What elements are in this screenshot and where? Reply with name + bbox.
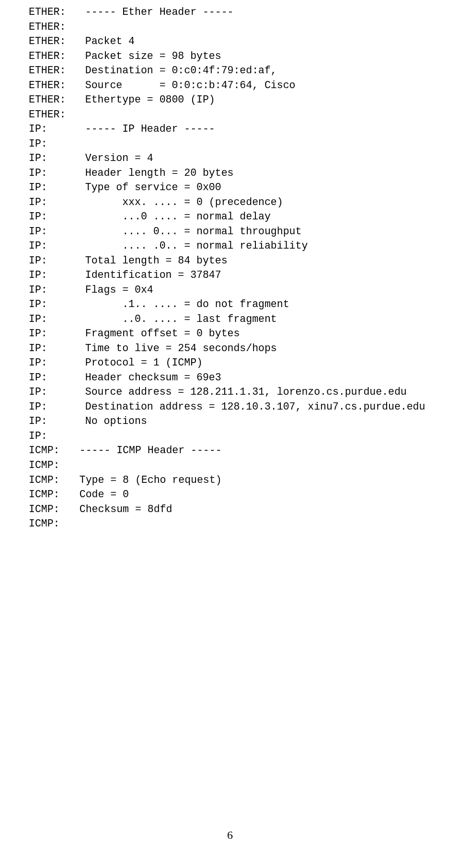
- field-value: No options: [73, 415, 147, 427]
- dump-line: IP: xxx. .... = 0 (precedence): [29, 195, 460, 210]
- page-number: 6: [0, 827, 460, 843]
- field-value: Fragment offset = 0 bytes: [73, 328, 240, 339]
- protocol-label: ETHER:: [29, 20, 73, 34]
- protocol-label: IP:: [29, 268, 73, 283]
- protocol-label: ICMP:: [29, 443, 67, 458]
- dump-line: ETHER: Packet 4: [29, 34, 460, 49]
- field-value: Checksum = 8dfd: [67, 503, 172, 515]
- dump-line: ETHER: ----- Ether Header -----: [29, 5, 460, 20]
- protocol-label: ETHER:: [29, 5, 73, 20]
- dump-line: IP: No options: [29, 414, 460, 429]
- protocol-label: IP:: [29, 370, 73, 385]
- field-value: Code = 0: [67, 489, 129, 500]
- protocol-label: IP:: [29, 297, 73, 312]
- dump-line: IP: Fragment offset = 0 bytes: [29, 326, 460, 341]
- dump-line: ICMP:: [29, 458, 460, 473]
- protocol-label: IP:: [29, 151, 73, 166]
- field-value: ----- Ether Header -----: [73, 6, 233, 18]
- dump-line: IP: Total length = 84 bytes: [29, 253, 460, 268]
- field-value: Type = 8 (Echo request): [67, 474, 222, 486]
- protocol-label: ICMP:: [29, 458, 67, 473]
- protocol-label: IP:: [29, 224, 73, 239]
- dump-line: ETHER: Packet size = 98 bytes: [29, 49, 460, 64]
- field-value: .... 0... = normal throughput: [73, 226, 301, 237]
- protocol-label: IP:: [29, 239, 73, 253]
- field-value: ..0. .... = last fragment: [73, 313, 277, 325]
- field-value: Destination address = 128.10.3.107, xinu…: [73, 401, 425, 412]
- protocol-label: ETHER:: [29, 107, 73, 122]
- protocol-label: IP:: [29, 312, 73, 327]
- dump-line: IP:: [29, 429, 460, 444]
- dump-line: ICMP: Code = 0: [29, 487, 460, 502]
- dump-line: IP: Header length = 20 bytes: [29, 166, 460, 181]
- document-page: ETHER: ----- Ether Header -----ETHER:ETH…: [0, 0, 460, 868]
- dump-line: IP: Flags = 0x4: [29, 283, 460, 297]
- dump-line: IP: ----- IP Header -----: [29, 122, 460, 137]
- field-value: ----- ICMP Header -----: [67, 445, 222, 456]
- protocol-label: ICMP:: [29, 473, 67, 488]
- protocol-label: IP:: [29, 209, 73, 224]
- dump-line: IP: Source address = 128.211.1.31, loren…: [29, 385, 460, 400]
- protocol-label: IP:: [29, 283, 73, 297]
- dump-line: IP: .... .0.. = normal reliability: [29, 239, 460, 253]
- field-value: Protocol = 1 (ICMP): [73, 357, 203, 368]
- field-value: Packet size = 98 bytes: [73, 50, 221, 62]
- dump-line: IP: ...0 .... = normal delay: [29, 209, 460, 224]
- dump-line: IP: Destination address = 128.10.3.107, …: [29, 400, 460, 414]
- dump-line: IP: .... 0... = normal throughput: [29, 224, 460, 239]
- dump-line: ETHER:: [29, 107, 460, 122]
- dump-line: ETHER:: [29, 20, 460, 34]
- protocol-label: ETHER:: [29, 92, 73, 107]
- field-value: Header length = 20 bytes: [73, 167, 233, 179]
- dump-line: IP: Time to live = 254 seconds/hops: [29, 341, 460, 356]
- protocol-label: IP:: [29, 341, 73, 356]
- protocol-label: ETHER:: [29, 78, 73, 93]
- protocol-label: IP:: [29, 326, 73, 341]
- dump-line: ICMP: Type = 8 (Echo request): [29, 473, 460, 488]
- protocol-label: IP:: [29, 180, 73, 195]
- field-value: Header checksum = 69e3: [73, 372, 221, 383]
- protocol-label: ETHER:: [29, 63, 73, 78]
- field-value: Source address = 128.211.1.31, lorenzo.c…: [73, 386, 407, 398]
- dump-line: IP:: [29, 137, 460, 151]
- field-value: .... .0.. = normal reliability: [73, 240, 308, 251]
- dump-line: IP: Version = 4: [29, 151, 460, 166]
- protocol-label: ETHER:: [29, 34, 73, 49]
- field-value: Flags = 0x4: [73, 284, 153, 296]
- dump-line: IP: Type of service = 0x00: [29, 180, 460, 195]
- field-value: .1.. .... = do not fragment: [73, 298, 289, 310]
- protocol-label: IP:: [29, 385, 73, 400]
- field-value: Total length = 84 bytes: [73, 255, 228, 266]
- field-value: ...0 .... = normal delay: [73, 211, 271, 222]
- protocol-label: IP:: [29, 195, 73, 210]
- protocol-label: IP:: [29, 355, 73, 370]
- dump-line: IP: Identification = 37847: [29, 268, 460, 283]
- field-value: Source = 0:0:c:b:47:64, Cisco: [73, 80, 295, 91]
- field-value: Type of service = 0x00: [73, 182, 221, 193]
- protocol-label: ICMP:: [29, 502, 67, 517]
- dump-line: ETHER: Source = 0:0:c:b:47:64, Cisco: [29, 78, 460, 93]
- field-value: Version = 4: [73, 152, 153, 164]
- field-value: Identification = 37847: [73, 269, 221, 281]
- dump-line: IP: Protocol = 1 (ICMP): [29, 355, 460, 370]
- dump-line: IP: ..0. .... = last fragment: [29, 312, 460, 327]
- protocol-label: IP:: [29, 429, 73, 444]
- dump-line: ICMP: Checksum = 8dfd: [29, 502, 460, 517]
- protocol-label: IP:: [29, 414, 73, 429]
- field-value: Time to live = 254 seconds/hops: [73, 343, 277, 354]
- protocol-label: ETHER:: [29, 49, 73, 64]
- field-value: Destination = 0:c0:4f:79:ed:af,: [73, 65, 277, 76]
- packet-dump: ETHER: ----- Ether Header -----ETHER:ETH…: [29, 5, 460, 531]
- protocol-label: IP:: [29, 253, 73, 268]
- dump-line: ICMP: ----- ICMP Header -----: [29, 443, 460, 458]
- protocol-label: IP:: [29, 400, 73, 414]
- field-value: Ethertype = 0800 (IP): [73, 94, 215, 105]
- protocol-label: ICMP:: [29, 487, 67, 502]
- protocol-label: ICMP:: [29, 516, 67, 531]
- protocol-label: IP:: [29, 137, 73, 151]
- dump-line: ETHER: Destination = 0:c0:4f:79:ed:af,: [29, 63, 460, 78]
- dump-line: IP: Header checksum = 69e3: [29, 370, 460, 385]
- dump-line: IP: .1.. .... = do not fragment: [29, 297, 460, 312]
- field-value: Packet 4: [73, 35, 135, 47]
- protocol-label: IP:: [29, 166, 73, 181]
